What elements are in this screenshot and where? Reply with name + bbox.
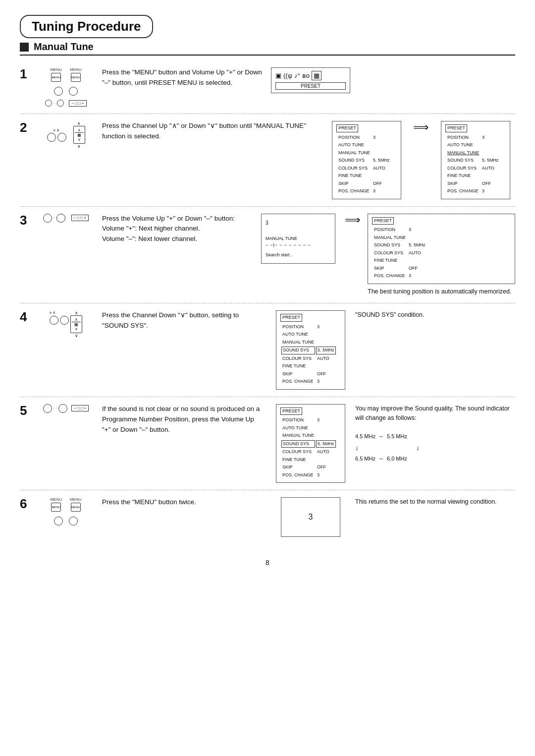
step-6-number: 6 — [20, 497, 34, 510]
step-6-text: Press the "MENU" button twice. — [98, 497, 266, 508]
step-1-screen: ▣ ((ψ ♪° ʙo ▦ PRESET — [271, 67, 350, 93]
step-5-row: 5 · · −□□+ If the sound is not clear or … — [20, 397, 515, 491]
section-header: Manual Tune — [20, 41, 515, 56]
step-4-result: "SOUND SYS" condition. — [355, 310, 515, 320]
step-4-number: 4 — [20, 310, 34, 323]
remote-diagram-1: MENU MENU MENU MENU — [45, 67, 86, 107]
step-6-row: 6 MENU MENU MENU MENU — [20, 490, 515, 544]
step-3-screen: 3 MANUAL TUNE – –|– – – – – – – – Search… — [259, 214, 338, 264]
step-2-row: 2 v ∧ ∧ ∧ ▦ — [20, 114, 515, 207]
step-2-text: Press the Channel Up "∧" or Down "∨" but… — [98, 121, 322, 142]
page-number: 8 — [20, 559, 515, 567]
step-2-diagram: v ∧ ∧ ∧ ▦ ∨ ∨ — [39, 121, 93, 149]
frequency-chart: 4.5 MHz ↔ 5.5 MHz ↓ ↓ 6.5 MHz ↔ 6.0 MHz — [355, 432, 515, 464]
step-3-number: 3 — [20, 214, 34, 227]
step-5-result: You may improve the Sound quality. The s… — [355, 404, 515, 464]
step-1-text: Press the "MENU" button and Volume Up "+… — [98, 67, 266, 88]
step-2-screen-right: PRESET POSITION3 AUTO TUNE MANUAL TUNE S… — [436, 121, 515, 199]
step-5-screen: PRESET POSITION3 AUTO TUNE MANUAL TUNE S… — [271, 404, 350, 483]
step-4-text: Press the Channel Down "∨" button, setti… — [98, 310, 266, 331]
step-3-result-text: The best tuning position is automaticall… — [368, 287, 515, 296]
step-3-arrow: ⟹ — [343, 214, 363, 227]
step-6-result: This returns the set to the normal viewi… — [355, 497, 515, 507]
step-4-screen: PRESET POSITION3 AUTO TUNE MANUAL TUNE S… — [271, 310, 350, 390]
step-2-number: 2 — [20, 121, 34, 134]
step-1-diagram: MENU MENU MENU MENU — [39, 67, 93, 107]
page-title: Tuning Procedure — [20, 15, 515, 41]
step-5-number: 5 — [20, 404, 34, 417]
step-6-diagram: MENU MENU MENU MENU — [39, 497, 93, 525]
section-icon — [20, 43, 29, 52]
title-text: Tuning Procedure — [20, 15, 153, 38]
step-3-row: 3 · −□□+ Press the Volume Up "+" or Down… — [20, 207, 515, 304]
step-2-arrow: ⟹ — [411, 121, 431, 134]
step-5-text: If the sound is not clear or no sound is… — [98, 404, 266, 435]
step-2-screen-left: PRESET POSITION3 AUTO TUNE MANUAL TUNE S… — [327, 121, 406, 199]
step-1-row: 1 MENU MENU MENU MENU — [20, 60, 515, 114]
step-5-diagram: · · −□□+ — [39, 404, 93, 413]
preset-icon-display: ▣ ((ψ ♪° ʙo ▦ PRESET — [271, 67, 350, 93]
step-4-row: 4 v ∧ ∧ ∧ ▦ — [20, 303, 515, 397]
step-3-result-area: PRESET POSITION3 MANUAL TUNE SOUND SYS5.… — [368, 214, 515, 296]
step-6-screen: 3 — [271, 497, 350, 537]
step-3-diagram: · −□□+ — [39, 214, 93, 223]
step-3-text: Press the Volume Up "+" or Down "–" butt… — [98, 214, 254, 245]
step-4-diagram: v ∧ ∧ ∧ ▦ ∨ ∨ — [39, 310, 93, 338]
steps-container: 1 MENU MENU MENU MENU — [20, 60, 515, 544]
step-1-number: 1 — [20, 67, 34, 80]
section-title: Manual Tune — [34, 41, 94, 53]
